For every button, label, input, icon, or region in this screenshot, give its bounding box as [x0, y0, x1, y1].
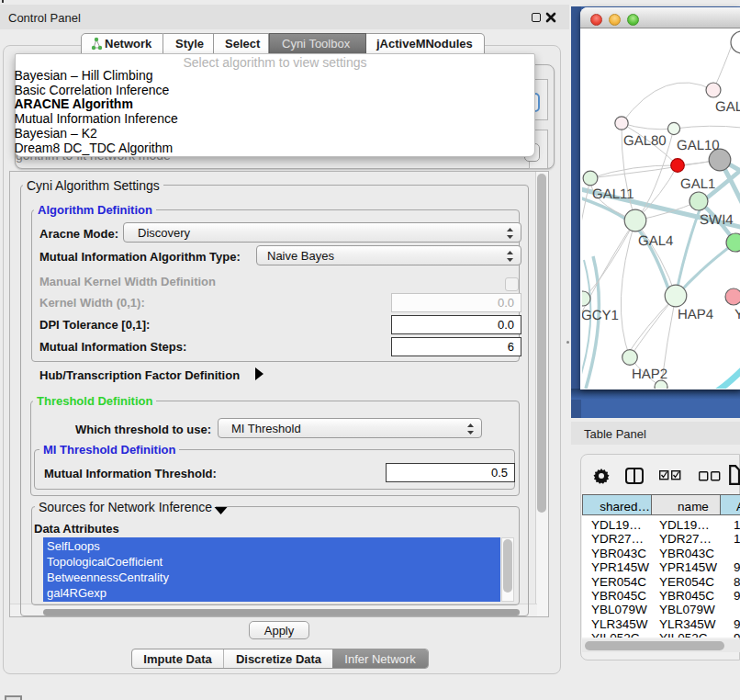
svg-text:GAL: GAL	[715, 99, 740, 115]
svg-text:HAP2: HAP2	[632, 367, 667, 382]
svg-text:Y: Y	[734, 307, 740, 322]
svg-text:SWI4: SWI4	[700, 212, 734, 228]
svg-text:GAL11: GAL11	[592, 186, 634, 202]
svg-text:GAL80: GAL80	[623, 133, 667, 149]
svg-text:GAL10: GAL10	[677, 138, 720, 153]
svg-text:GCY1: GCY1	[582, 308, 619, 323]
svg-text:GAL1: GAL1	[680, 176, 715, 192]
svg-text:GAL4: GAL4	[638, 233, 673, 249]
svg-text:HAP4: HAP4	[678, 307, 713, 322]
